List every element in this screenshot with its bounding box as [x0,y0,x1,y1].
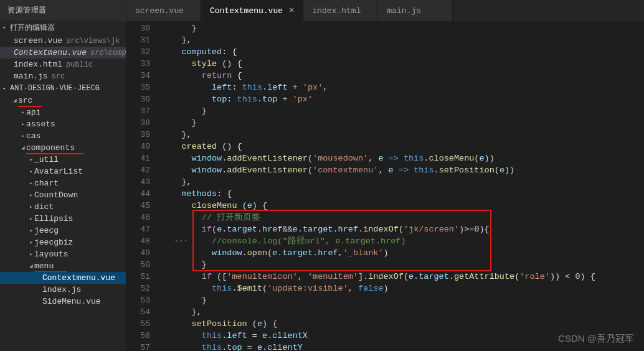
file-tree-folder[interactable]: ▸assets [0,118,126,130]
code-area[interactable]: } }, computed: { style () { return { lef… [161,21,644,351]
code-line[interactable]: this.$emit('update:visible', false) [161,283,644,294]
code-line[interactable]: }, [161,34,644,46]
code-line[interactable]: } [161,294,644,306]
line-number: 41 [126,152,161,164]
line-number: 51 [126,271,161,283]
code-line[interactable]: left: this.left + 'px', [161,82,644,93]
code-line[interactable]: } [161,105,644,117]
code-line[interactable]: } [161,117,644,129]
line-number: 47 [126,223,161,235]
file-tree-folder[interactable]: ▸layouts [0,248,126,260]
code-line[interactable]: return { [161,70,644,82]
code-line[interactable]: created () { [161,141,644,152]
chevron-right-icon: ▸ [20,121,26,128]
watermark: CSDN @吾乃冠军 [558,333,634,345]
file-path: src\views\jk [66,37,120,45]
project-label: ANT-DESIGN-VUE-JEECG [10,84,100,93]
file-tree-folder[interactable]: ▸cas [0,130,126,142]
open-editor-item[interactable]: Contextmenu.vuesrc\comp... [0,47,126,58]
chevron-right-icon: ▸ [28,192,34,199]
open-editors-label: 打开的编辑器 [10,22,55,33]
code-line[interactable]: top: this.top + 'px' [161,93,644,105]
code-line[interactable]: //console.log("路径url", e.target.href) [161,235,644,247]
open-editor-item[interactable]: screen.vuesrc\views\jk [0,35,126,47]
tree-label: cas [26,131,40,141]
chevron-right-icon: ▸ [28,251,34,258]
file-tree: ◢src▸api▸assets▸cas◢components▸_util▸Ava… [0,95,126,307]
file-tree-folder[interactable]: ▸CountDown [0,189,126,201]
close-icon[interactable]: × [289,6,294,16]
editor-main: screen.vueContextmenu.vue×index.htmlmain… [126,0,644,351]
code-line[interactable]: window.addEventListener('contextmenu', e… [161,164,644,176]
line-number: 30 [126,22,161,34]
code-line[interactable]: }, [161,306,644,318]
code-line[interactable]: window.open(e.target.href,'_blank') [161,247,644,259]
code-line[interactable]: window.addEventListener('mousedown', e =… [161,152,644,164]
explorer-sidebar: 资源管理器 ▾ 打开的编辑器 screen.vuesrc\views\jkCon… [0,0,126,351]
chevron-right-icon: ▸ [28,239,34,246]
file-name: Contextmenu.vue [14,48,87,57]
tree-label: layouts [34,250,69,259]
line-number: 37 [126,105,161,117]
line-number: 38 [126,117,161,129]
line-number: 57 [126,342,161,351]
file-tree-file[interactable]: Contextmenu.vue [0,272,126,284]
tree-label: _util [34,155,59,164]
file-name: index.html [14,60,62,69]
line-number: 45 [126,200,161,212]
editor-tab[interactable]: index.html [303,0,378,21]
tree-label: src [18,96,32,105]
file-tree-folder[interactable]: ▸dict [0,201,126,213]
file-tree-folder[interactable]: ▸api [0,106,126,118]
line-number: 39 [126,129,161,141]
code-line[interactable]: setPosition (e) { [161,318,644,330]
open-editor-item[interactable]: main.jssrc [0,70,126,82]
chevron-right-icon: ▸ [20,109,26,116]
tree-label: chart [34,179,59,188]
project-header[interactable]: ▾ ANT-DESIGN-VUE-JEECG [0,82,126,95]
code-editor[interactable]: 3031323334353637383940414243444546474849… [126,21,644,351]
code-line[interactable]: } [161,22,644,34]
code-line[interactable]: }, [161,129,644,141]
tab-label: screen.vue [135,6,184,16]
code-line[interactable]: }, [161,176,644,188]
file-tree-folder[interactable]: ▸chart [0,177,126,189]
tree-label: Contextmenu.vue [42,273,115,283]
code-line[interactable]: methods: { [161,188,644,200]
line-number: 32 [126,46,161,58]
code-line[interactable]: computed: { [161,46,644,58]
code-line[interactable]: } [161,259,644,271]
line-number: 49 [126,247,161,259]
tree-label: jeecg [34,226,59,235]
chevron-down-icon: ▾ [2,85,10,92]
file-tree-folder[interactable]: ▸Ellipsis [0,213,126,225]
code-line[interactable]: if (['menuitemicon', 'menuitem'].indexOf… [161,271,644,283]
line-number: 44 [126,188,161,200]
tree-label: jeecgbiz [34,238,73,247]
code-line[interactable]: // 打开新页签 [161,212,644,223]
tree-label: components [26,143,75,152]
line-number: 46 [126,212,161,223]
file-tree-folder[interactable]: ▸jeecg [0,225,126,236]
chevron-down-icon: ◢ [28,263,34,269]
editor-tab[interactable]: main.js [378,0,453,21]
open-editors-header[interactable]: ▾ 打开的编辑器 [0,21,126,35]
code-line[interactable]: closeMenu (e) { [161,200,644,212]
code-line[interactable]: if(e.target.href&&e.target.href.indexOf(… [161,223,644,235]
line-number: 34 [126,70,161,82]
file-tree-folder[interactable]: ▸jeecgbiz [0,236,126,248]
file-tree-file[interactable]: SideMenu.vue [0,296,126,307]
file-tree-folder[interactable]: ◢components [0,142,126,154]
chevron-right-icon: ▸ [28,215,34,222]
file-tree-file[interactable]: index.js [0,284,126,296]
open-editor-item[interactable]: index.htmlpublic [0,58,126,70]
tree-label: AvatarList [34,167,83,176]
line-number: 54 [126,306,161,318]
code-line[interactable]: style () { [161,58,644,70]
file-tree-folder[interactable]: ▸_util [0,154,126,166]
editor-tab[interactable]: Contextmenu.vue× [201,0,303,21]
file-tree-folder[interactable]: ◢src [0,95,126,106]
file-tree-folder[interactable]: ◢menu [0,260,126,272]
file-tree-folder[interactable]: ▸AvatarList [0,166,126,177]
editor-tab[interactable]: screen.vue [126,0,201,21]
